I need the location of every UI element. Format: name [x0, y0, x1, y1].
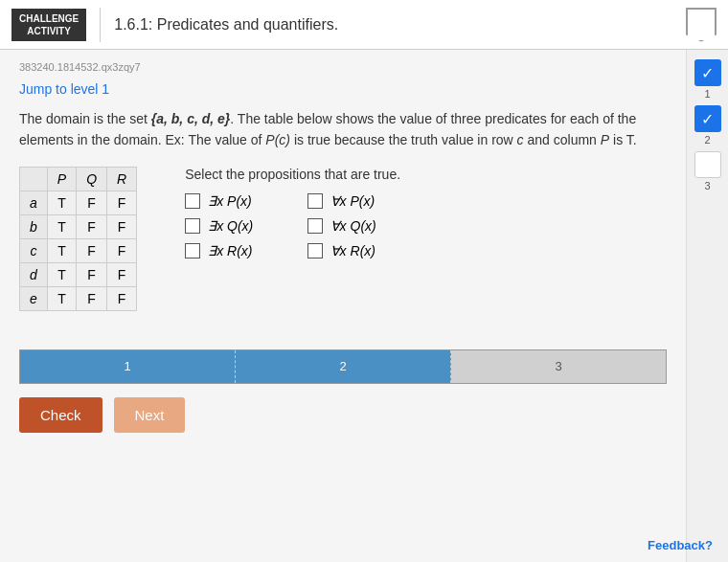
level-2-num: 2: [704, 134, 710, 146]
content-area: 383240.1814532.qx3zqy7 Jump to level 1 T…: [0, 50, 728, 562]
check-button[interactable]: Check: [19, 397, 102, 433]
desc-col-suffix: and column: [524, 132, 601, 147]
table-header-Q: Q: [77, 167, 107, 191]
table-header-empty: [20, 167, 48, 191]
predicate-table: P Q R a T F F b T F F c T F F d: [19, 167, 137, 311]
table-cell-label: b: [20, 214, 48, 238]
page-title: 1.6.1: Predicates and quantifiers.: [114, 16, 338, 34]
segment-label-1: 1: [124, 359, 130, 373]
table-cell-r: F: [107, 238, 137, 262]
table-header-R: R: [107, 167, 137, 191]
checkbox-all-Q[interactable]: [307, 218, 323, 234]
table-row: a T F F: [20, 191, 137, 214]
level-3-num: 3: [704, 180, 710, 191]
desc-prefix: The domain is the set: [19, 111, 151, 126]
table-cell-q: F: [77, 262, 107, 286]
table-cell-r: F: [107, 191, 137, 214]
progress-segment-3[interactable]: 3: [451, 350, 666, 383]
desc-suffix: is true because the truth value in row: [290, 132, 517, 147]
segment-label-3: 3: [555, 359, 561, 373]
table-container: P Q R a T F F b T F F c T F F d: [19, 167, 137, 311]
desc-col-var: P: [601, 132, 609, 147]
table-row: d T F F: [20, 262, 137, 286]
table-cell-q: F: [77, 238, 107, 262]
table-row: e T F F: [20, 286, 137, 310]
progress-segment-1[interactable]: 1: [20, 350, 236, 383]
proposition-ex-Q: ∃x Q(x): [185, 218, 278, 234]
jump-to-level-link[interactable]: Jump to level 1: [19, 81, 109, 97]
table-cell-label: e: [20, 286, 48, 310]
progress-bar: 1 2 3: [19, 349, 667, 384]
label-ex-P: ∃x P(x): [208, 193, 252, 209]
table-cell-r: F: [107, 286, 137, 310]
proposition-all-P: ∀x P(x): [307, 193, 400, 209]
propositions-grid: ∃x P(x) ∀x P(x) ∃x Q(x) ∀x Q(x): [185, 193, 400, 259]
level-1-check[interactable]: ✓: [694, 59, 721, 86]
desc-example: P(c): [265, 132, 290, 147]
segment-label-2: 2: [339, 359, 346, 373]
table-cell-label: d: [20, 262, 48, 286]
proposition-ex-P: ∃x P(x): [185, 193, 278, 209]
label-ex-R: ∃x R(x): [208, 243, 252, 259]
level-1-num: 1: [704, 88, 710, 100]
level-2-badge: ✓ 2: [694, 105, 721, 146]
description: The domain is the set {a, b, c, d, e}. T…: [19, 108, 667, 151]
level-1-badge: ✓ 1: [694, 59, 721, 100]
table-cell-q: F: [77, 286, 107, 310]
table-row: b T F F: [20, 214, 137, 238]
progress-segment-2[interactable]: 2: [236, 350, 451, 383]
checkbox-ex-Q[interactable]: [185, 218, 200, 234]
table-cell-q: F: [77, 191, 107, 214]
desc-set: {a, b, c, d, e}: [151, 111, 231, 126]
propositions-title: Select the propositions that are true.: [185, 167, 400, 182]
shield-icon: [686, 8, 717, 42]
header-divider: [100, 8, 101, 42]
right-sidebar: ✓ 1 ✓ 2 3: [686, 50, 728, 562]
level-2-check[interactable]: ✓: [694, 105, 721, 132]
checkbox-ex-P[interactable]: [185, 193, 200, 209]
checkbox-all-P[interactable]: [307, 193, 323, 209]
table-cell-p: T: [47, 191, 76, 214]
table-props-row: P Q R a T F F b T F F c T F F d: [19, 167, 667, 330]
label-all-Q: ∀x Q(x): [330, 218, 376, 234]
challenge-badge: CHALLENGE ACTIVITY: [11, 9, 86, 41]
propositions-section: Select the propositions that are true. ∃…: [185, 167, 400, 259]
next-button[interactable]: Next: [114, 397, 186, 433]
table-cell-p: T: [47, 262, 76, 286]
table-cell-q: F: [77, 214, 107, 238]
checkbox-ex-R[interactable]: [185, 243, 200, 259]
table-cell-label: c: [20, 238, 48, 262]
table-cell-p: T: [47, 238, 76, 262]
table-cell-p: T: [47, 286, 76, 310]
table-cell-label: a: [20, 191, 48, 214]
level-3-check[interactable]: [694, 151, 721, 178]
proposition-all-Q: ∀x Q(x): [307, 218, 400, 234]
checkbox-all-R[interactable]: [307, 243, 323, 259]
table-cell-p: T: [47, 214, 76, 238]
label-all-R: ∀x R(x): [330, 243, 375, 259]
header: CHALLENGE ACTIVITY 1.6.1: Predicates and…: [0, 0, 728, 50]
desc-row-var: c: [517, 132, 524, 147]
left-panel: 383240.1814532.qx3zqy7 Jump to level 1 T…: [0, 50, 686, 562]
desc-end: is T.: [609, 132, 637, 147]
table-cell-r: F: [107, 262, 137, 286]
label-all-P: ∀x P(x): [330, 193, 375, 209]
feedback-link[interactable]: Feedback?: [648, 538, 713, 552]
table-header-P: P: [47, 167, 76, 191]
table-row: c T F F: [20, 238, 137, 262]
session-id: 383240.1814532.qx3zqy7: [19, 61, 667, 73]
table-cell-r: F: [107, 214, 137, 238]
proposition-ex-R: ∃x R(x): [185, 243, 278, 259]
proposition-all-R: ∀x R(x): [307, 243, 400, 259]
label-ex-Q: ∃x Q(x): [208, 218, 253, 234]
button-row: Check Next: [19, 397, 667, 433]
level-3-badge: 3: [694, 151, 721, 191]
